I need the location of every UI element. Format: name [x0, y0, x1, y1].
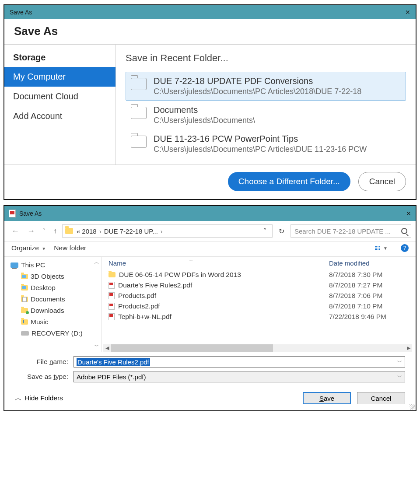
folder-icon	[21, 297, 28, 302]
scroll-down-icon[interactable]: ﹀	[94, 343, 99, 350]
scroll-up-icon[interactable]: ︿	[94, 259, 99, 266]
file-row[interactable]: Products.pdf 8/7/2018 7:06 PM	[103, 290, 412, 301]
pdf-file-icon	[108, 282, 115, 289]
folder-text: DUE 11-23-16 PCW PowerPoint Tips C:\User…	[154, 134, 367, 154]
filename-input[interactable]: Duarte's Five Rules2.pdf ﹀	[74, 356, 405, 368]
new-folder-button[interactable]: New folder	[54, 244, 86, 252]
column-header-date[interactable]: Date modified	[329, 259, 410, 267]
file-date: 7/22/2018 9:46 PM	[329, 313, 410, 321]
sort-indicator-icon: ︿	[189, 257, 193, 263]
caret-down-icon: ▼	[383, 246, 388, 251]
scroll-left-icon[interactable]: ◀	[103, 345, 111, 351]
titlebar[interactable]: Save As ✕	[4, 206, 416, 221]
hide-folders-button[interactable]: ︿ Hide Folders	[15, 394, 63, 403]
folder-path: C:\Users\julesds\Documents\	[154, 116, 255, 125]
save-as-type-label: Save as type:	[15, 373, 74, 381]
address-dropdown-icon[interactable]: ˅	[261, 227, 270, 235]
cancel-button[interactable]: Cancel	[357, 392, 405, 404]
folder-icon	[21, 274, 28, 279]
folder-text: DUE 7-22-18 UPDATE PDF Conversions C:\Us…	[154, 76, 361, 96]
refresh-icon[interactable]: ↻	[275, 227, 288, 235]
chevron-up-icon: ︿	[15, 394, 22, 403]
file-row[interactable]: Products2.pdf 8/7/2018 7:10 PM	[103, 301, 412, 312]
folder-icon	[21, 285, 28, 290]
file-row[interactable]: Tephi-b+w-NL.pdf 7/22/2018 9:46 PM	[103, 312, 412, 322]
sidebar-item-my-computer[interactable]: My Computer	[4, 67, 116, 87]
tree-item-3d-objects[interactable]: 3D Objects	[9, 271, 101, 282]
scrollbar-thumb[interactable]	[111, 344, 273, 352]
tree-item-this-pc[interactable]: This PC	[9, 259, 101, 271]
back-icon[interactable]: ←	[9, 227, 22, 236]
file-date: 8/7/2018 7:27 PM	[329, 281, 410, 289]
save-fields: File name: Duarte's Five Rules2.pdf ﹀ Sa…	[4, 352, 416, 388]
recent-folder-row[interactable]: DUE 11-23-16 PCW PowerPoint Tips C:\User…	[126, 130, 406, 158]
chevron-right-icon[interactable]: ›	[98, 228, 102, 235]
organize-button[interactable]: Organize ▼	[11, 244, 46, 252]
adobe-save-as-dialog: Save As ✕ Save As Storage My Computer Do…	[4, 4, 416, 200]
up-icon[interactable]: ↑	[51, 227, 60, 235]
pdf-app-icon	[9, 210, 16, 217]
choose-different-folder-button[interactable]: Choose a Different Folder...	[228, 172, 350, 191]
file-name: Tephi-b+w-NL.pdf	[118, 313, 329, 321]
column-header-row: Name Date modified	[103, 257, 412, 270]
tree-item-documents[interactable]: Documents	[9, 294, 101, 305]
titlebar[interactable]: Save As ✕	[4, 5, 416, 19]
view-details-icon	[375, 246, 380, 250]
breadcrumb-segment[interactable]: 2018	[82, 228, 96, 235]
dialog-header: Save As	[4, 19, 416, 45]
dropdown-icon[interactable]: ﹀	[397, 374, 402, 380]
view-options-button[interactable]: ▼	[375, 246, 388, 251]
folder-icon	[21, 308, 28, 313]
horizontal-scrollbar[interactable]: ◀ ▶	[103, 344, 412, 352]
help-icon[interactable]: ?	[401, 244, 409, 252]
save-button[interactable]: Save	[303, 392, 351, 404]
save-as-type-value: Adobe PDF Files (*.pdf)	[77, 373, 146, 381]
tree-item-desktop[interactable]: Desktop	[9, 282, 101, 294]
nav-tree[interactable]: ︿ This PC 3D Objects Desktop Documents D…	[4, 257, 102, 352]
chevron-right-icon[interactable]: ›	[160, 228, 164, 235]
folder-icon	[21, 319, 28, 325]
folder-name: DUE 7-22-18 UPDATE PDF Conversions	[154, 76, 361, 86]
breadcrumb-prefix: «	[77, 228, 80, 235]
drive-icon	[21, 331, 29, 336]
folder-path: C:\Users\julesds\Documents\PC Articles\2…	[154, 87, 361, 96]
folder-icon	[131, 107, 147, 119]
folder-name: Documents	[154, 105, 255, 115]
file-name: Products2.pdf	[118, 302, 329, 310]
history-dropdown-icon[interactable]: ˅	[40, 228, 48, 234]
file-name: Products.pdf	[118, 292, 329, 300]
breadcrumb-segment[interactable]: DUE 7-22-18 UP...	[104, 228, 158, 235]
sidebar-item-document-cloud[interactable]: Document Cloud	[4, 87, 116, 106]
sidebar-item-add-account[interactable]: Add Account	[4, 106, 116, 126]
forward-icon[interactable]: →	[24, 227, 38, 236]
tree-item-downloads[interactable]: Downloads	[9, 305, 101, 316]
file-date: 8/7/2018 7:06 PM	[329, 292, 410, 300]
scroll-right-icon[interactable]: ▶	[405, 345, 412, 351]
file-row[interactable]: DUE 06-05-14 PCW PDFs in Word 2013 8/7/2…	[103, 270, 412, 280]
column-header-name[interactable]: Name	[108, 259, 329, 267]
address-bar[interactable]: « 2018 › DUE 7-22-18 UP... › ˅	[62, 224, 273, 238]
tree-item-recovery-drive[interactable]: RECOVERY (D:)	[9, 328, 101, 339]
save-as-type-select[interactable]: Adobe PDF Files (*.pdf) ﹀	[74, 371, 405, 382]
filename-value: Duarte's Five Rules2.pdf	[77, 358, 150, 366]
pdf-file-icon	[108, 303, 115, 310]
recent-folder-row[interactable]: DUE 7-22-18 UPDATE PDF Conversions C:\Us…	[126, 72, 406, 101]
computer-icon	[10, 262, 18, 268]
recent-folder-row[interactable]: Documents C:\Users\julesds\Documents\	[126, 101, 406, 130]
tree-item-music[interactable]: Music	[9, 316, 101, 328]
cancel-button[interactable]: Cancel	[358, 172, 406, 191]
dropdown-icon[interactable]: ﹀	[397, 359, 402, 365]
recent-folders-panel: Save in Recent Folder... DUE 7-22-18 UPD…	[116, 45, 416, 164]
close-icon[interactable]: ✕	[405, 9, 410, 16]
folder-icon	[131, 136, 147, 148]
file-row[interactable]: Duarte's Five Rules2.pdf 8/7/2018 7:27 P…	[103, 280, 412, 290]
file-name: Duarte's Five Rules2.pdf	[118, 281, 329, 289]
resize-grip-icon[interactable]	[410, 404, 415, 410]
close-icon[interactable]: ✕	[406, 210, 411, 217]
search-input[interactable]: Search DUE 7-22-18 UPDATE ...	[290, 224, 411, 238]
folder-path: C:\Users\julesds\Documents\PC Articles\D…	[154, 145, 367, 154]
file-name: DUE 06-05-14 PCW PDFs in Word 2013	[119, 271, 329, 279]
folder-name: DUE 11-23-16 PCW PowerPoint Tips	[154, 134, 367, 144]
pdf-file-icon	[108, 292, 115, 299]
search-icon	[401, 228, 407, 234]
